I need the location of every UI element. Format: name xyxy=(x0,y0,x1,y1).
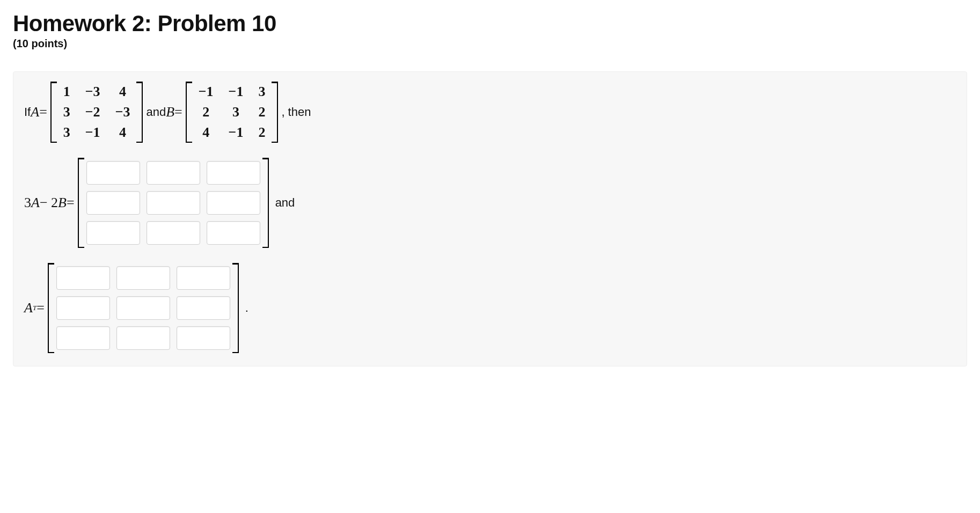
expr1-A: A xyxy=(31,195,40,211)
answer2-cell-0-1[interactable] xyxy=(116,266,170,290)
answer-row-2: AT = xyxy=(24,263,956,353)
matrix-B-cell: 2 xyxy=(191,102,221,122)
matrix-B-table: −1 −1 3 2 3 2 4 −1 2 xyxy=(191,82,273,143)
answer-matrix-1-table xyxy=(83,158,264,248)
matrix-B-cell: 3 xyxy=(221,102,251,122)
page-title: Homework 2: Problem 10 xyxy=(13,11,967,36)
answer1-cell-2-1[interactable] xyxy=(147,221,200,245)
answer1-cell-0-0[interactable] xyxy=(86,161,140,185)
answer2-cell-2-0[interactable] xyxy=(56,326,110,350)
answer2-cell-1-0[interactable] xyxy=(56,296,110,320)
answer1-cell-2-2[interactable] xyxy=(207,221,260,245)
answer1-cell-0-1[interactable] xyxy=(147,161,200,185)
text-then: , then xyxy=(281,105,311,119)
answer2-cell-2-2[interactable] xyxy=(177,326,230,350)
answer2-cell-1-2[interactable] xyxy=(177,296,230,320)
matrix-A-cell: 1 xyxy=(56,82,78,102)
expr2-T: T xyxy=(33,304,36,312)
matrix-B-cell: −1 xyxy=(221,82,251,102)
matrix-A-cell: 3 xyxy=(56,102,78,122)
text-if: If xyxy=(24,105,31,119)
text-and-after: and xyxy=(275,196,295,210)
var-B: B xyxy=(166,104,174,120)
expr1-minus2: − 2 xyxy=(40,195,58,211)
matrix-A-table: 1 −3 4 3 −2 −3 3 −1 4 xyxy=(56,82,138,143)
eq-sign-1: = xyxy=(39,104,47,120)
matrix-A-cell: 3 xyxy=(56,122,78,143)
answer-matrix-2 xyxy=(48,263,239,353)
matrix-A-cell: −3 xyxy=(78,82,108,102)
answer1-cell-1-1[interactable] xyxy=(147,191,200,215)
text-and-mid: and xyxy=(146,105,166,119)
var-A: A xyxy=(31,104,39,120)
matrix-A-cell: −3 xyxy=(108,102,138,122)
matrix-B: −1 −1 3 2 3 2 4 −1 2 xyxy=(186,82,279,143)
answer2-cell-0-2[interactable] xyxy=(177,266,230,290)
answer1-cell-2-0[interactable] xyxy=(86,221,140,245)
answer-row-1: 3A − 2B = xyxy=(24,158,956,248)
text-period: . xyxy=(245,301,248,315)
expr1-eq: = xyxy=(67,195,75,211)
expr2-A: A xyxy=(24,300,33,316)
answer2-cell-1-1[interactable] xyxy=(116,296,170,320)
eq-sign-2: = xyxy=(174,104,182,120)
matrix-A-cell: −1 xyxy=(78,122,108,143)
matrix-A-cell: 4 xyxy=(108,122,138,143)
matrix-B-cell: −1 xyxy=(191,82,221,102)
answer1-cell-0-2[interactable] xyxy=(207,161,260,185)
expr1-3: 3 xyxy=(24,195,31,211)
matrix-B-cell: 4 xyxy=(191,122,221,143)
points-label: (10 points) xyxy=(13,38,967,50)
problem-panel: If A = 1 −3 4 3 −2 −3 3 −1 4 xyxy=(13,71,967,367)
answer2-cell-0-0[interactable] xyxy=(56,266,110,290)
matrix-B-cell: −1 xyxy=(221,122,251,143)
matrix-A: 1 −3 4 3 −2 −3 3 −1 4 xyxy=(50,82,143,143)
answer-matrix-1 xyxy=(78,158,269,248)
problem-statement-row: If A = 1 −3 4 3 −2 −3 3 −1 4 xyxy=(24,82,956,143)
matrix-B-cell: 3 xyxy=(251,82,273,102)
expr2-eq: = xyxy=(36,300,45,316)
answer1-cell-1-2[interactable] xyxy=(207,191,260,215)
expr1-B: B xyxy=(58,195,67,211)
answer1-cell-1-0[interactable] xyxy=(86,191,140,215)
answer2-cell-2-1[interactable] xyxy=(116,326,170,350)
matrix-B-cell: 2 xyxy=(251,122,273,143)
matrix-A-cell: 4 xyxy=(108,82,138,102)
matrix-A-cell: −2 xyxy=(78,102,108,122)
answer-matrix-2-table xyxy=(53,263,233,353)
matrix-B-cell: 2 xyxy=(251,102,273,122)
